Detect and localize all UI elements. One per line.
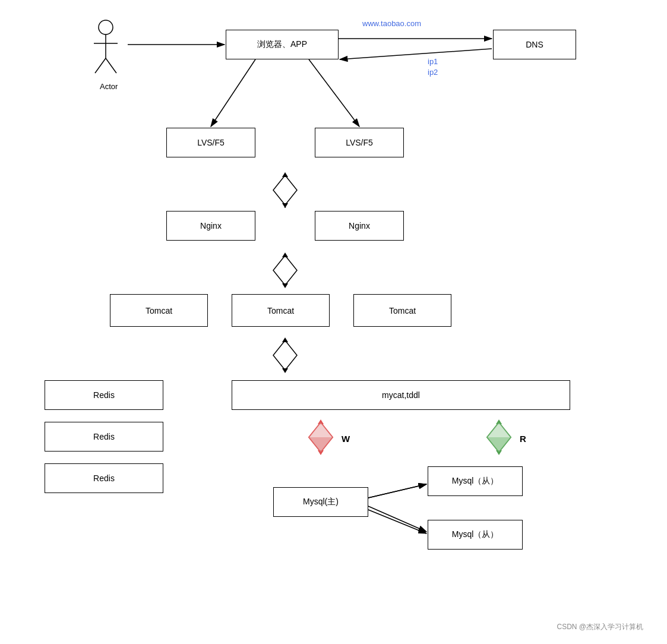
mysql-master-label: Mysql(主) — [303, 497, 339, 507]
actor-label: Actor — [100, 82, 118, 91]
redis2-label: Redis — [93, 432, 115, 441]
lvs2-box: LVS/F5 — [315, 128, 404, 157]
tomcat1-label: Tomcat — [146, 306, 172, 315]
dns-label: DNS — [526, 40, 543, 49]
url-label: www.taobao.com — [362, 19, 421, 28]
svg-point-9 — [99, 20, 113, 34]
mysql-master-box: Mysql(主) — [273, 487, 368, 517]
nginx1-label: Nginx — [200, 221, 222, 231]
svg-marker-24 — [282, 337, 288, 342]
read-label: R — [520, 434, 526, 444]
sync-arrow-nginx-tomcat — [264, 252, 306, 291]
mysql-slave2-box: Mysql（从） — [428, 520, 523, 550]
svg-marker-34 — [487, 437, 511, 452]
svg-line-7 — [368, 484, 426, 498]
lvs1-label: LVS/F5 — [197, 138, 225, 147]
redis2-box: Redis — [45, 422, 163, 452]
nginx2-label: Nginx — [349, 221, 370, 231]
redis1-box: Redis — [45, 380, 163, 410]
svg-marker-29 — [309, 437, 333, 452]
browser-box: 浏览器、APP — [226, 30, 339, 59]
svg-line-8 — [368, 510, 426, 533]
svg-marker-20 — [273, 255, 297, 285]
svg-marker-19 — [282, 203, 288, 208]
mysql-slave2-label: Mysql（从） — [452, 529, 499, 540]
tomcat3-label: Tomcat — [389, 306, 416, 315]
svg-line-6 — [309, 59, 359, 127]
ip2-label: ip2 — [428, 67, 438, 78]
tomcat3-box: Tomcat — [353, 294, 451, 327]
svg-marker-23 — [273, 340, 297, 370]
svg-marker-30 — [309, 422, 333, 437]
svg-line-4 — [340, 49, 492, 59]
read-arrow — [481, 419, 517, 458]
mysql-slave1-box: Mysql（从） — [428, 466, 523, 496]
svg-line-12 — [95, 58, 106, 73]
sync-arrow-lvs-nginx — [264, 172, 306, 211]
tomcat2-box: Tomcat — [232, 294, 330, 327]
lvs1-box: LVS/F5 — [166, 128, 255, 157]
ip1-label: ip1 — [428, 56, 438, 67]
svg-marker-35 — [487, 422, 511, 437]
ip-label: ip1 ip2 — [428, 56, 438, 78]
svg-line-13 — [106, 58, 116, 73]
svg-line-5 — [211, 59, 255, 127]
actor-figure — [88, 17, 124, 84]
architecture-diagram: Actor www.taobao.com ip1 ip2 浏览器、APP DNS… — [0, 0, 667, 644]
write-label: W — [342, 434, 350, 444]
diagram-arrows — [0, 0, 667, 644]
nginx1-box: Nginx — [166, 211, 255, 241]
browser-label: 浏览器、APP — [257, 39, 307, 50]
redis1-label: Redis — [93, 390, 115, 400]
tomcat2-label: Tomcat — [267, 306, 294, 315]
mysql-slave1-label: Mysql（从） — [452, 476, 499, 487]
lvs2-label: LVS/F5 — [346, 138, 373, 147]
svg-marker-21 — [282, 252, 288, 257]
redis3-label: Redis — [93, 473, 115, 483]
actor-svg — [88, 17, 124, 82]
footer-label: CSDN @杰深入学习计算机 — [557, 622, 643, 632]
sync-arrow-tomcat-db — [264, 337, 306, 376]
mycat-label: mycat,tddl — [382, 390, 420, 400]
tomcat1-box: Tomcat — [110, 294, 208, 327]
svg-marker-25 — [282, 368, 288, 373]
write-arrow — [303, 419, 339, 458]
svg-marker-14 — [273, 175, 297, 205]
redis3-box: Redis — [45, 463, 163, 493]
nginx2-box: Nginx — [315, 211, 404, 241]
dns-box: DNS — [493, 30, 576, 59]
mycat-box: mycat,tddl — [232, 380, 570, 410]
svg-marker-22 — [282, 283, 288, 288]
